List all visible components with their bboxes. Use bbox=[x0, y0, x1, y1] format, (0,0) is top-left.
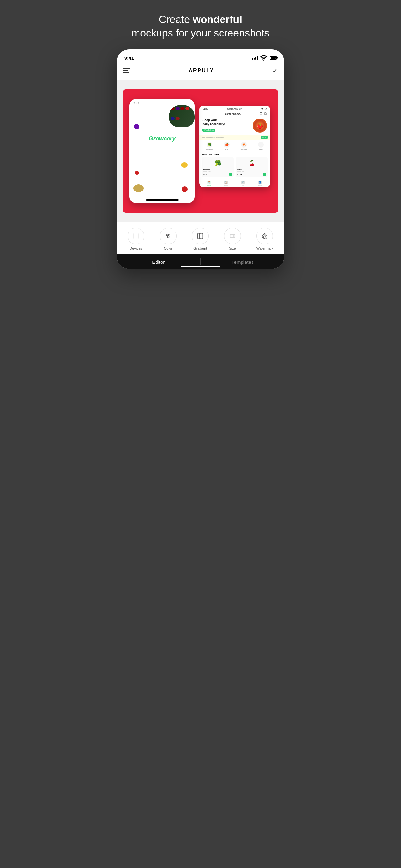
battery-icon bbox=[270, 56, 277, 60]
watermark-label: Watermark bbox=[256, 246, 274, 250]
right-hero-headline: Shop your daily necessary! bbox=[203, 119, 225, 126]
svg-line-2 bbox=[263, 109, 264, 110]
last-order-title: Your Last Order bbox=[202, 153, 268, 156]
right-nav-account[interactable]: 👤 Account bbox=[258, 181, 263, 186]
order-item-broccoli: 🥦 Broccoli approx 1.2lb $ 0.8 + bbox=[202, 157, 234, 177]
right-phone-nav: Santa Ana, CA bbox=[199, 111, 270, 117]
right-bell-icon bbox=[265, 107, 267, 110]
checkmark-icon[interactable]: ✓ bbox=[273, 67, 278, 74]
right-nav-cart[interactable]: 🛒 Cart bbox=[241, 181, 245, 186]
devices-icon-circle bbox=[127, 228, 144, 244]
right-search-icon bbox=[261, 107, 264, 110]
right-bottom-nav: 🏠 Home 📋 Order 🛒 Cart 👤 bbox=[199, 179, 270, 187]
app-title: APPULY bbox=[189, 67, 214, 74]
free-delivery-tag: #FreeDelivery bbox=[203, 128, 215, 132]
battery-fill bbox=[271, 57, 276, 59]
right-status-icons bbox=[261, 107, 267, 110]
phone-mockup: 9:41 APPULY bbox=[117, 50, 284, 269]
toolbar-watermark[interactable]: Watermark bbox=[256, 228, 274, 250]
toolbar-gradient[interactable]: Gradient bbox=[192, 228, 209, 250]
right-bell-nav-icon bbox=[264, 112, 267, 115]
order-nav-icon: 📋 bbox=[224, 181, 228, 184]
category-more-label: More bbox=[259, 148, 263, 150]
status-bar: 9:41 bbox=[117, 50, 284, 64]
purple-fruit-decoration bbox=[134, 124, 139, 129]
color-label: Color bbox=[164, 246, 172, 250]
wifi-icon bbox=[260, 54, 268, 62]
watermark-icon-circle bbox=[256, 228, 273, 244]
toolbar-color[interactable]: Color bbox=[160, 228, 177, 250]
add-broccoli-button[interactable]: + bbox=[229, 173, 233, 176]
gradient-icon-circle bbox=[192, 228, 209, 244]
right-nav-order[interactable]: 📋 Order bbox=[224, 181, 228, 186]
vegetable-icon: 🥦 bbox=[207, 142, 212, 148]
svg-marker-16 bbox=[230, 236, 231, 237]
gradient-icon bbox=[197, 232, 204, 240]
svg-rect-11 bbox=[199, 234, 202, 239]
hero-line2: mockups for your screenshots bbox=[132, 27, 270, 39]
bottom-toolbar: Devices Color bbox=[117, 222, 284, 254]
cart-nav-icon: 🛒 bbox=[241, 181, 245, 184]
size-icon bbox=[229, 232, 236, 240]
status-icons bbox=[252, 54, 277, 62]
svg-line-4 bbox=[262, 114, 263, 115]
cherry-decoration bbox=[135, 171, 139, 175]
preview-phone-right: 11:43 Santa Ana, CA Santa Ana, CA bbox=[199, 105, 270, 187]
size-icon-circle bbox=[224, 228, 241, 244]
account-nav-icon: 👤 bbox=[258, 181, 262, 184]
hero-section: Create wonderful mockups for your screen… bbox=[132, 13, 270, 40]
account-nav-label: Account bbox=[258, 184, 263, 186]
toolbar-devices[interactable]: Devices bbox=[127, 228, 144, 250]
svg-point-1 bbox=[261, 108, 263, 110]
watermark-icon bbox=[261, 232, 268, 240]
right-phone-time: 11:43 bbox=[203, 108, 208, 110]
right-hamburger-icon bbox=[203, 113, 206, 115]
hero-fruits-image: 🍅 bbox=[253, 119, 267, 133]
item1-weight: approx 1.2lb bbox=[203, 170, 233, 172]
svg-point-9 bbox=[167, 236, 169, 238]
bottom-tab-bar: Editor Templates bbox=[117, 254, 284, 269]
svg-point-0 bbox=[264, 60, 264, 61]
more-icon: ⋯ bbox=[258, 142, 264, 148]
gradient-label: Gradient bbox=[193, 246, 207, 250]
svg-point-3 bbox=[260, 113, 262, 114]
growcery-logo: Growcery bbox=[149, 135, 176, 142]
templates-tab-label: Templates bbox=[232, 259, 253, 265]
phone-home-indicator bbox=[146, 199, 179, 200]
categories-section: 🥦 Vegetable 🍎 Fruit 🦐 Sea Food ⋯ bbox=[199, 140, 270, 152]
mockup-preview: 2:47 Grow bbox=[123, 89, 278, 213]
favorites-bar: Your favorite items is available VIEW bbox=[199, 135, 270, 140]
cashew-decoration bbox=[133, 184, 144, 192]
right-nav-icon-group bbox=[259, 112, 267, 115]
outer-container: Create wonderful mockups for your screen… bbox=[100, 0, 301, 282]
cart-nav-label: Cart bbox=[242, 184, 244, 186]
seafood-icon: 🦐 bbox=[241, 142, 247, 148]
devices-label: Devices bbox=[129, 246, 142, 250]
category-more: ⋯ More bbox=[258, 142, 264, 150]
right-location-text: Santa Ana, CA bbox=[225, 113, 241, 115]
view-button[interactable]: VIEW bbox=[260, 135, 268, 139]
svg-point-8 bbox=[168, 235, 170, 237]
berries-decoration bbox=[169, 104, 195, 127]
category-seafood: 🦐 Sea Food bbox=[240, 142, 247, 150]
item2-price: $ 1.39 bbox=[237, 174, 242, 175]
hero-line1-normal: Create bbox=[159, 13, 193, 25]
size-label: Size bbox=[229, 246, 236, 250]
lemon-decoration bbox=[181, 162, 188, 167]
last-order-section: Your Last Order 🥦 Broccoli approx 1.2lb … bbox=[199, 152, 270, 179]
svg-rect-5 bbox=[134, 233, 138, 239]
right-nav-home[interactable]: 🏠 Home bbox=[207, 181, 211, 186]
category-vegetable: 🥦 Vegetable bbox=[206, 142, 213, 150]
hamburger-icon[interactable] bbox=[123, 68, 130, 73]
add-cerry-button[interactable]: + bbox=[263, 173, 266, 176]
home-nav-label: Home bbox=[207, 184, 211, 186]
broccoli-image: 🥦 bbox=[203, 158, 233, 168]
canvas-area: 2:47 Grow bbox=[117, 80, 284, 222]
order-items: 🥦 Broccoli approx 1.2lb $ 0.8 + 🍒 bbox=[202, 157, 268, 177]
item1-price: $ 0.8 bbox=[203, 174, 207, 175]
tab-indicator bbox=[181, 266, 220, 267]
item1-price-row: $ 0.8 + bbox=[203, 173, 233, 176]
app-navbar: APPULY ✓ bbox=[117, 64, 284, 80]
right-phone-location: Santa Ana, CA bbox=[227, 108, 242, 110]
toolbar-size[interactable]: Size bbox=[224, 228, 241, 250]
